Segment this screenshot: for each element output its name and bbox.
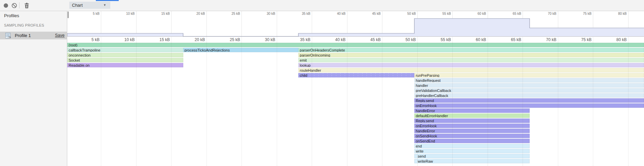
clear-button[interactable] [10, 2, 18, 9]
grid-line [171, 37, 172, 43]
flame-bar-label: onErrorHook [416, 104, 437, 108]
flame-bar-label: runPreParsing [416, 73, 439, 77]
flame-bar[interactable]: _send [414, 154, 530, 158]
flame-bar[interactable]: onSendEnd [414, 139, 530, 143]
flame-bar[interactable]: routeHandler [298, 68, 644, 72]
flame-bar-label: processTicksAndRejections [185, 48, 230, 52]
ruler-tick-label: 5 kB [76, 37, 100, 42]
flame-bar[interactable]: write_ [414, 149, 530, 153]
flame-bar-label: callbackTrampoline [69, 48, 100, 52]
grid-line [452, 37, 453, 43]
flame-bar[interactable]: _writeRaw [414, 159, 530, 163]
flame-bar-label: defaultErrorHandler [416, 114, 448, 118]
flame-bar-label: _send [416, 154, 426, 158]
flame-bar-label: Reply.send [416, 99, 434, 103]
grid-line [488, 37, 488, 43]
grid-line [312, 37, 312, 43]
flame-bar[interactable]: Readable.on [67, 63, 183, 67]
ruler-tick-label: 10 kB [111, 37, 135, 42]
grid-line [206, 37, 207, 43]
flame-bar[interactable]: preHandlerCallback [414, 93, 644, 98]
trash-icon [24, 3, 29, 8]
flame-bar[interactable]: handleError [414, 108, 530, 113]
flame-bar[interactable]: lookup [298, 63, 644, 67]
flame-bar[interactable]: processTicksAndRejections [183, 48, 299, 52]
flame-bar-label: Readable.on [69, 63, 89, 67]
flame-bar-label: write_ [416, 149, 425, 153]
memory-overview-chart[interactable] [67, 11, 644, 37]
flame-bar[interactable]: onErrorHook [414, 103, 644, 108]
flame-bar-label: child [300, 73, 307, 77]
svg-text:%: % [9, 36, 11, 38]
delete-profile-button[interactable] [23, 2, 30, 9]
grid-line [417, 37, 418, 43]
flame-bar[interactable]: emit [298, 58, 644, 62]
flame-bar-label: routeHandler [300, 68, 321, 72]
flame-bar-label: _writeRaw [416, 159, 433, 163]
sampling-profiles-section-label: SAMPLING PROFILES [4, 23, 44, 27]
record-button[interactable] [2, 2, 9, 9]
flame-bar[interactable]: handleError [414, 129, 530, 133]
flame-bar[interactable]: Reply.send [414, 98, 644, 103]
profile-list-item[interactable]: % Profile 1 Save [0, 32, 67, 39]
flame-bar-label: handleError [416, 109, 435, 113]
flame-bar[interactable]: child [298, 73, 414, 77]
ruler-tick-label: 15 kB [146, 37, 170, 42]
flame-bar[interactable]: callbackTrampoline [67, 48, 183, 52]
flame-bar-label: preHandlerCallback [416, 94, 448, 98]
flame-bar[interactable]: handler [414, 83, 644, 88]
flame-bar-label: handleRequest [416, 78, 441, 82]
ruler-tick-label: 45 kB [357, 37, 381, 42]
grid-line [241, 37, 242, 43]
ruler-tick-label: 65 kB [498, 37, 521, 42]
flame-bar-label: Socket [69, 58, 80, 62]
flame-bar-label: onErrorHook [416, 124, 437, 128]
sidebar-title: Profiles [4, 13, 19, 18]
ruler-tick-label: 75 kB [568, 37, 592, 42]
ruler-tick-label: 55 kB [427, 37, 451, 42]
ruler-tick-label: 25 kB [217, 37, 240, 42]
flame-bar[interactable]: runPreParsing [414, 73, 644, 77]
flame-bar[interactable]: end [414, 144, 530, 148]
flame-chart-area: 5 kB10 kB15 kB20 kB25 kB30 kB35 kB40 kB4… [67, 11, 644, 166]
ruler-tick-label: 80 kB [603, 37, 627, 42]
chart-view-select[interactable]: Chart ▼ [69, 2, 110, 9]
ruler-tick-label: 20 kB [182, 37, 205, 42]
sampling-profiler-panel: Chart ▼ Profiles SAMPLING PROFILES % Pro… [0, 0, 644, 166]
flame-bar[interactable]: parserOnIncoming [298, 53, 644, 57]
flame-bar[interactable]: parserOnHeadersComplete [298, 48, 644, 52]
flame-bar[interactable]: onconnection [67, 53, 183, 57]
flame-bar-label: handleError [416, 129, 435, 133]
ruler-tick-label: 60 kB [463, 37, 486, 42]
flame-bar-label: parserOnIncoming [300, 53, 330, 57]
block-icon [11, 3, 17, 8]
flame-bar-label: emit [300, 58, 307, 62]
flame-bar-label: onSendHook [416, 134, 437, 138]
flame-bar[interactable]: Socket [67, 58, 183, 62]
flame-bar-label: (root) [69, 43, 77, 47]
flame-bar-label: Reply.send [416, 119, 434, 123]
grid-line [382, 37, 382, 43]
flame-bar[interactable]: preValidationCallback [414, 88, 644, 93]
flame-bar-label: end [416, 144, 422, 148]
ruler-tick-label: 50 kB [392, 37, 416, 42]
flame-bar-label: onSendEnd [416, 139, 435, 143]
toolbar-separator [19, 2, 20, 8]
grid-line [628, 37, 629, 43]
flame-bar[interactable]: Reply.send [414, 119, 530, 123]
flame-graph: (root)callbackTrampolineprocessTicksAndR… [67, 43, 644, 166]
flame-bar[interactable]: defaultErrorHandler [414, 113, 530, 118]
flame-bar[interactable]: onSendHook [414, 134, 530, 138]
grid-line [347, 37, 347, 43]
save-profile-link[interactable]: Save [55, 33, 65, 38]
chart-view-select-value: Chart [72, 3, 83, 8]
profiler-controls [0, 0, 67, 11]
dropdown-arrow-icon: ▼ [103, 2, 106, 9]
flame-bar[interactable]: (root) [67, 43, 644, 47]
flame-bar-label: lookup [300, 63, 310, 67]
flame-bar[interactable]: onErrorHook [414, 124, 530, 128]
flame-bar-label: handler [416, 84, 428, 88]
panel-toolbar: Chart ▼ [0, 0, 644, 11]
flame-bar[interactable]: handleRequest [414, 78, 644, 82]
profile-name: Profile 1 [15, 33, 31, 38]
